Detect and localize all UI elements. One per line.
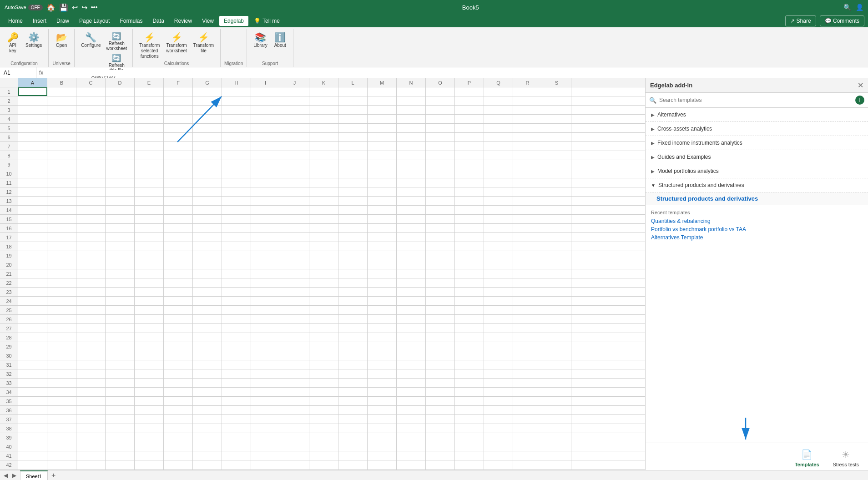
recent-link-quantities[interactable]: Quantities & rebalancing bbox=[651, 218, 863, 224]
grid-cell[interactable] bbox=[106, 96, 135, 105]
grid-cell[interactable] bbox=[542, 470, 571, 470]
grid-cell[interactable] bbox=[280, 415, 309, 424]
grid-cell[interactable] bbox=[222, 460, 251, 469]
grid-cell[interactable] bbox=[513, 369, 542, 378]
grid-cell[interactable] bbox=[368, 151, 397, 160]
grid-cell[interactable] bbox=[338, 351, 368, 360]
grid-cell[interactable] bbox=[426, 315, 455, 323]
grid-cell[interactable] bbox=[426, 297, 455, 305]
grid-cell[interactable] bbox=[484, 124, 513, 132]
redo-icon[interactable]: ↪ bbox=[81, 3, 87, 12]
grid-cell[interactable] bbox=[309, 269, 338, 278]
grid-cell[interactable] bbox=[76, 142, 106, 151]
grid-cell[interactable] bbox=[222, 297, 251, 305]
grid-cell[interactable] bbox=[455, 215, 484, 223]
grid-cell[interactable] bbox=[397, 470, 426, 470]
grid-cell[interactable] bbox=[164, 260, 193, 269]
grid-cell[interactable] bbox=[513, 333, 542, 342]
grid-cell[interactable] bbox=[309, 470, 338, 470]
grid-cell[interactable] bbox=[338, 269, 368, 278]
grid-cell[interactable] bbox=[484, 351, 513, 360]
grid-cell[interactable] bbox=[397, 242, 426, 251]
grid-cell[interactable] bbox=[47, 106, 76, 114]
grid-cell[interactable] bbox=[338, 379, 368, 387]
grid-cell[interactable] bbox=[280, 324, 309, 333]
grid-cell[interactable] bbox=[368, 87, 397, 96]
grid-cell[interactable] bbox=[222, 351, 251, 360]
grid-cell[interactable] bbox=[368, 115, 397, 123]
grid-cell[interactable] bbox=[106, 224, 135, 232]
grid-cell[interactable] bbox=[397, 360, 426, 369]
grid-cell[interactable] bbox=[542, 324, 571, 333]
grid-cell[interactable] bbox=[455, 306, 484, 314]
configure-button[interactable]: 🔧 Configure bbox=[78, 31, 103, 50]
grid-cell[interactable] bbox=[251, 187, 280, 196]
grid-cell[interactable] bbox=[135, 124, 164, 132]
grid-cell[interactable] bbox=[76, 260, 106, 269]
grid-cell[interactable] bbox=[338, 160, 368, 169]
grid-cell[interactable] bbox=[135, 197, 164, 205]
grid-cell[interactable] bbox=[338, 297, 368, 305]
search-input[interactable] bbox=[659, 97, 853, 103]
grid-cell[interactable] bbox=[76, 451, 106, 460]
grid-cell[interactable] bbox=[251, 351, 280, 360]
grid-cell[interactable] bbox=[484, 278, 513, 287]
grid-cell[interactable] bbox=[338, 178, 368, 187]
grid-cell[interactable] bbox=[455, 133, 484, 141]
grid-cell[interactable] bbox=[135, 297, 164, 305]
grid-cell[interactable] bbox=[309, 406, 338, 414]
grid-cell[interactable] bbox=[280, 215, 309, 223]
grid-cell[interactable] bbox=[542, 415, 571, 424]
grid-cell[interactable] bbox=[251, 215, 280, 223]
grid-cell[interactable] bbox=[426, 460, 455, 469]
grid-cell[interactable] bbox=[76, 124, 106, 132]
grid-cell[interactable] bbox=[426, 178, 455, 187]
grid-cell[interactable] bbox=[76, 288, 106, 296]
grid-cell[interactable] bbox=[455, 379, 484, 387]
grid-cell[interactable] bbox=[106, 288, 135, 296]
grid-cell[interactable] bbox=[426, 415, 455, 424]
grid-cell[interactable] bbox=[164, 178, 193, 187]
grid-cell[interactable] bbox=[164, 388, 193, 396]
grid-cell[interactable] bbox=[309, 187, 338, 196]
grid-cell[interactable] bbox=[338, 442, 368, 451]
grid-cell[interactable] bbox=[455, 433, 484, 442]
grid-cell[interactable] bbox=[513, 388, 542, 396]
grid-cell[interactable] bbox=[47, 169, 76, 178]
grid-cell[interactable] bbox=[542, 169, 571, 178]
grid-cell[interactable] bbox=[76, 96, 106, 105]
grid-cell[interactable] bbox=[338, 224, 368, 232]
grid-cell[interactable] bbox=[76, 397, 106, 405]
grid-cell[interactable] bbox=[513, 160, 542, 169]
grid-cell[interactable] bbox=[193, 278, 222, 287]
grid-cell[interactable] bbox=[135, 388, 164, 396]
grid-cell[interactable] bbox=[193, 306, 222, 314]
grid-cell[interactable] bbox=[338, 142, 368, 151]
grid-cell[interactable] bbox=[164, 160, 193, 169]
grid-cell[interactable] bbox=[484, 251, 513, 260]
grid-cell[interactable] bbox=[164, 451, 193, 460]
grid-cell[interactable] bbox=[426, 251, 455, 260]
grid-cell[interactable] bbox=[513, 306, 542, 314]
grid-cell[interactable] bbox=[135, 288, 164, 296]
grid-cell[interactable] bbox=[338, 306, 368, 314]
grid-cell[interactable] bbox=[542, 360, 571, 369]
grid-cell[interactable] bbox=[455, 442, 484, 451]
row-header-34[interactable]: 34 bbox=[0, 388, 18, 397]
save-icon[interactable]: 💾 bbox=[59, 3, 68, 12]
grid-cell[interactable] bbox=[397, 379, 426, 387]
grid-cell[interactable] bbox=[251, 87, 280, 96]
grid-cell[interactable] bbox=[18, 115, 47, 123]
row-header-29[interactable]: 29 bbox=[0, 342, 18, 351]
grid-cell[interactable] bbox=[309, 306, 338, 314]
grid-cell[interactable] bbox=[164, 106, 193, 114]
grid-cell[interactable] bbox=[280, 433, 309, 442]
grid-cell[interactable] bbox=[251, 324, 280, 333]
grid-cell[interactable] bbox=[280, 115, 309, 123]
grid-cell[interactable] bbox=[484, 160, 513, 169]
grid-cell[interactable] bbox=[47, 433, 76, 442]
grid-cell[interactable] bbox=[18, 315, 47, 323]
grid-cell[interactable] bbox=[76, 242, 106, 251]
grid-cell[interactable] bbox=[18, 297, 47, 305]
subcategory-structured-link[interactable]: Structured products and derivatives bbox=[656, 195, 758, 202]
